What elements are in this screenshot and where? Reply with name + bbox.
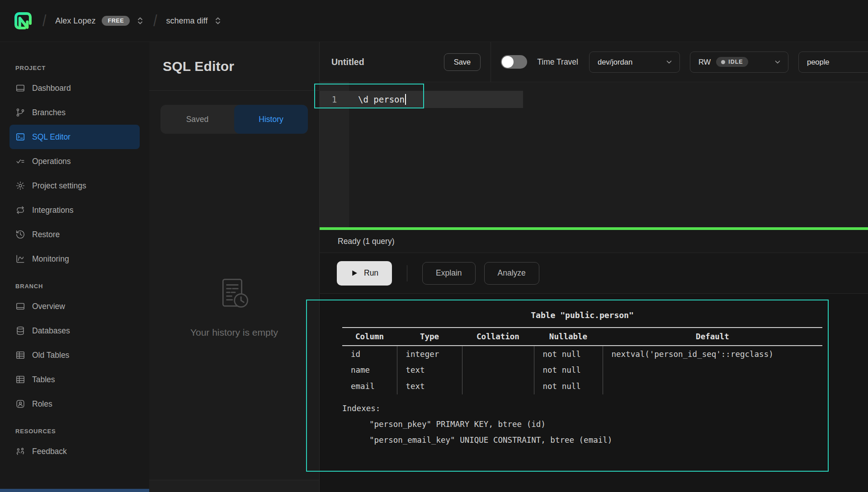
query-title: Untitled <box>331 57 364 67</box>
sidebar-item-label: Overview <box>32 302 65 311</box>
column-header: Default <box>603 328 822 346</box>
breadcrumb-separator: / <box>42 12 46 29</box>
sidebar-item-label: Restore <box>32 230 60 239</box>
editor-active-line[interactable]: 1 \d person <box>320 91 523 108</box>
result-table: Column Type Collation Nullable Default i… <box>342 327 822 394</box>
sidebar-item-integrations[interactable]: Integrations <box>9 198 140 222</box>
sidebar-item-label: Old Tables <box>32 351 69 360</box>
sidebar-item-roles[interactable]: Roles <box>9 392 140 416</box>
chevron-down-icon <box>774 58 782 66</box>
user-switcher-chevron-icon[interactable] <box>136 15 144 27</box>
column-header: Nullable <box>534 328 603 346</box>
time-travel-label: Time Travel <box>537 57 578 67</box>
sidebar-item-project-settings[interactable]: Project settings <box>9 173 140 198</box>
tab-history[interactable]: History <box>234 105 308 134</box>
project-name: schema diff <box>166 16 208 26</box>
table-icon <box>15 350 25 360</box>
sidebar-item-operations[interactable]: Operations <box>9 149 140 173</box>
sidebar-item-old-tables[interactable]: Old Tables <box>9 343 140 367</box>
header-divider <box>491 42 491 82</box>
sidebar-item-monitoring[interactable]: Monitoring <box>9 247 140 271</box>
column-header: Collation <box>462 328 534 346</box>
code-text: \d person <box>358 94 405 104</box>
toggle-knob <box>502 56 514 68</box>
sidebar-item-label: Integrations <box>32 206 73 215</box>
save-button[interactable]: Save <box>444 53 481 71</box>
plan-badge: FREE <box>102 16 130 26</box>
sidebar-item-label: Monitoring <box>32 254 69 264</box>
column-header: Column <box>342 328 397 346</box>
query-header: Untitled Save Time Travel dev/jordan RW <box>320 42 868 82</box>
results-output: Table "public.person" Column Type Collat… <box>320 294 868 492</box>
sidebar-item-label: Databases <box>32 326 70 336</box>
index-entry: "person_email_key" UNIQUE CONSTRAINT, bt… <box>342 432 868 448</box>
sidebar-item-tables[interactable]: Tables <box>9 367 140 392</box>
sidebar-item-overview[interactable]: Overview <box>9 294 140 319</box>
empty-history-icon <box>214 276 254 315</box>
sidebar-item-restore[interactable]: Restore <box>9 222 140 247</box>
sidebar-section-branch: BRANCH <box>9 283 140 290</box>
line-number: 1 <box>320 94 349 104</box>
sidebar-section-project: PROJECT <box>9 65 140 71</box>
roles-user-icon <box>15 399 25 409</box>
database-icon <box>15 326 25 336</box>
saved-history-tabs: Saved History <box>160 105 308 134</box>
table-row: email text not null <box>342 378 822 394</box>
time-travel-toggle[interactable] <box>501 55 527 69</box>
sql-editor-panel: SQL Editor Saved History Your hist <box>149 42 320 492</box>
result-table-title: Table "public.person" <box>342 310 822 320</box>
app-window: / Alex Lopez FREE / schema diff PROJECT <box>0 0 868 492</box>
analyze-button[interactable]: Analyze <box>484 262 539 285</box>
feedback-people-icon <box>15 446 25 456</box>
operations-icon <box>15 156 25 166</box>
idle-dot-icon <box>721 60 725 64</box>
table-row: id integer not null nextval('person_id_s… <box>342 346 822 362</box>
restore-clock-icon <box>15 230 25 239</box>
project-switcher-chevron-icon[interactable] <box>214 15 222 27</box>
sidebar-item-feedback[interactable]: Feedback <box>9 439 140 464</box>
sidebar-item-sql-editor[interactable]: SQL Editor <box>9 125 140 149</box>
page-title: SQL Editor <box>163 59 234 74</box>
sidebar-item-label: Dashboard <box>32 84 71 93</box>
sidebar-item-branches[interactable]: Branches <box>9 100 140 125</box>
indexes-label: Indexes: <box>342 401 868 417</box>
top-bar: / Alex Lopez FREE / schema diff <box>0 0 868 42</box>
compute-select[interactable]: RW IDLE <box>690 52 788 73</box>
database-select-value: people <box>807 58 830 66</box>
integrations-icon <box>15 205 25 215</box>
neon-logo-icon[interactable] <box>13 10 33 31</box>
tab-saved[interactable]: Saved <box>160 105 234 134</box>
sidebar-scrollbar[interactable] <box>0 489 149 492</box>
gear-icon <box>15 181 25 191</box>
explain-button[interactable]: Explain <box>422 262 475 285</box>
table-row: name text not null <box>342 362 822 378</box>
empty-history-message: Your history is empty <box>190 327 278 338</box>
column-header: Type <box>397 328 462 346</box>
play-icon <box>350 269 358 277</box>
branch-select[interactable]: dev/jordan <box>589 52 680 73</box>
breadcrumb-project[interactable]: schema diff <box>166 15 222 27</box>
run-button[interactable]: Run <box>337 261 392 286</box>
breadcrumb-separator: / <box>153 12 157 29</box>
code-editor[interactable]: 1 \d person <box>320 82 868 227</box>
database-select[interactable]: people <box>798 52 868 73</box>
sidebar-item-databases[interactable]: Databases <box>9 319 140 343</box>
sql-editor-header: SQL Editor <box>149 42 319 91</box>
status-text: Ready (1 query) <box>338 237 394 246</box>
user-name: Alex Lopez <box>55 16 95 26</box>
branches-icon <box>15 108 25 117</box>
sql-editor-icon <box>15 132 25 142</box>
status-bar: Ready (1 query) <box>320 230 868 253</box>
sidebar-section-resources: RESOURCES <box>9 428 140 435</box>
index-entry: "person_pkey" PRIMARY KEY, btree (id) <box>342 417 868 432</box>
breadcrumb-user[interactable]: Alex Lopez FREE <box>55 15 144 27</box>
sidebar-item-label: Feedback <box>32 447 67 456</box>
history-panel-footer <box>149 480 319 492</box>
sidebar: PROJECT Dashboard Branches SQL Editor <box>0 42 149 492</box>
overview-icon <box>15 301 25 311</box>
compute-mode: RW <box>698 58 711 66</box>
sidebar-item-label: Tables <box>32 375 55 384</box>
chevron-down-icon <box>665 58 673 66</box>
sidebar-item-dashboard[interactable]: Dashboard <box>9 76 140 100</box>
status-badge: IDLE <box>716 57 748 67</box>
